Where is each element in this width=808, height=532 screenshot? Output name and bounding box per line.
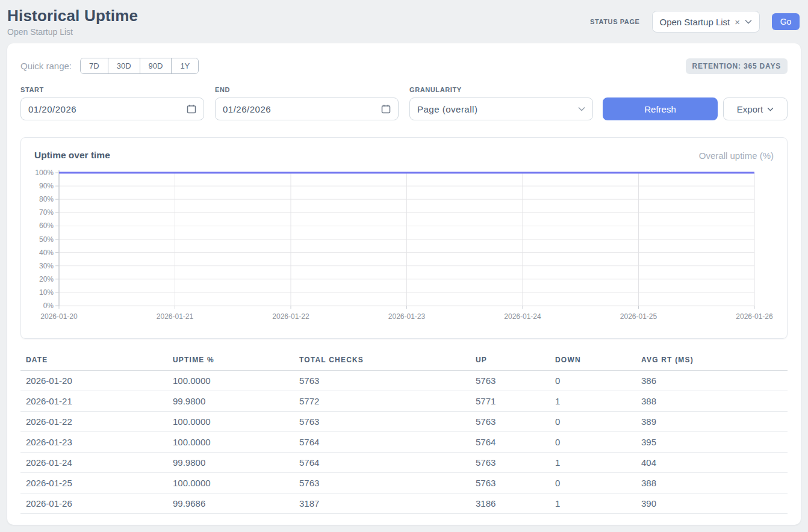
calendar-icon[interactable]: [381, 104, 391, 114]
table-cell: 99.9686: [167, 493, 294, 514]
table-cell: 5763: [294, 371, 470, 391]
uptime-chart: 0%10%20%30%40%50%60%70%80%90%100%2026-01…: [34, 165, 775, 323]
header-controls: STATUS PAGE Open Startup List × Go: [590, 11, 800, 32]
x-axis-tick-label: 2026-01-21: [157, 312, 194, 321]
end-date-field: END 01/26/2026: [215, 86, 399, 120]
table-cell: 388: [636, 473, 788, 493]
table-cell: 3187: [294, 493, 470, 514]
page-subtitle: Open Startup List: [7, 27, 138, 37]
uptime-table: DATEUPTIME %TOTAL CHECKSUPDOWNAVG RT (MS…: [20, 353, 788, 514]
column-header: AVG RT (MS): [636, 353, 788, 371]
chevron-down-icon: [578, 107, 585, 111]
table-cell: 1: [550, 453, 636, 473]
table-row: 2026-01-25100.0000576357630388: [20, 473, 788, 493]
table-row: 2026-01-23100.0000576457640395: [20, 432, 788, 453]
quick-range-label: Quick range:: [20, 61, 72, 71]
table-cell: 395: [636, 432, 788, 453]
granularity-label: GRANULARITY: [409, 86, 593, 93]
quick-range-button-30d[interactable]: 30D: [108, 58, 140, 73]
page-header: Historical Uptime Open Startup List STAT…: [0, 0, 808, 43]
status-page-value: Open Startup List: [660, 17, 730, 27]
table-row: 2026-01-2199.9800577257711388: [20, 391, 788, 412]
table-cell: 2026-01-20: [20, 371, 167, 391]
table-cell: 0: [550, 432, 636, 453]
table-cell: 388: [636, 391, 788, 412]
table-cell: 5764: [294, 432, 470, 453]
table-header-row: DATEUPTIME %TOTAL CHECKSUPDOWNAVG RT (MS…: [20, 353, 788, 371]
y-axis-tick-label: 40%: [39, 249, 54, 257]
table-cell: 5763: [470, 371, 550, 391]
x-axis-tick-label: 2026-01-25: [620, 312, 657, 321]
column-header: DOWN: [550, 353, 636, 371]
table-row: 2026-01-22100.0000576357630389: [20, 412, 788, 432]
chart-title: Uptime over time: [34, 150, 110, 161]
chevron-down-icon: [745, 19, 752, 24]
retention-badge: RETENTION: 365 DAYS: [686, 58, 788, 74]
column-header: TOTAL CHECKS: [294, 353, 470, 371]
table-row: 2026-01-2699.9686318731861390: [20, 493, 788, 514]
y-axis-tick-label: 20%: [39, 275, 54, 283]
table-cell: 0: [550, 412, 636, 432]
end-date-value: 01/26/2026: [223, 104, 271, 114]
start-date-field: START 01/20/2026: [20, 86, 204, 120]
y-axis-tick-label: 60%: [39, 221, 54, 230]
status-page-select[interactable]: Open Startup List ×: [652, 11, 760, 32]
x-axis-tick-label: 2026-01-23: [388, 312, 426, 321]
table-cell: 99.9800: [167, 453, 294, 473]
table-cell: 0: [550, 473, 636, 493]
quick-range-row: Quick range: 7D30D90D1Y RETENTION: 365 D…: [20, 58, 788, 74]
table-cell: 5763: [294, 412, 470, 432]
status-page-label: STATUS PAGE: [590, 18, 639, 25]
start-label: START: [20, 86, 204, 93]
y-axis-tick-label: 70%: [39, 208, 54, 217]
table-cell: 0: [550, 371, 636, 391]
table-cell: 1: [550, 493, 636, 514]
go-button[interactable]: Go: [772, 13, 800, 30]
chevron-down-icon: [767, 107, 774, 111]
y-axis-tick-label: 100%: [35, 169, 54, 177]
page-title: Historical Uptime: [7, 7, 138, 25]
y-axis-tick-label: 80%: [39, 195, 54, 203]
granularity-value: Page (overall): [417, 104, 477, 114]
table-cell: 1: [550, 391, 636, 412]
table-row: 2026-01-2499.9800576457631404: [20, 453, 788, 473]
quick-range-button-1y[interactable]: 1Y: [171, 58, 198, 73]
table-cell: 2026-01-24: [20, 453, 167, 473]
clear-icon[interactable]: ×: [735, 17, 740, 27]
uptime-chart-card: Uptime over time Overall uptime (%) 0%10…: [20, 137, 788, 339]
start-date-input[interactable]: 01/20/2026: [20, 97, 204, 120]
end-label: END: [215, 86, 399, 93]
table-cell: 2026-01-21: [20, 391, 167, 412]
table-cell: 404: [636, 453, 788, 473]
column-header: UP: [470, 353, 550, 371]
quick-range-group: 7D30D90D1Y: [80, 58, 199, 74]
table-cell: 2026-01-26: [20, 493, 167, 514]
quick-range-wrap: Quick range: 7D30D90D1Y: [20, 58, 199, 74]
title-block: Historical Uptime Open Startup List: [7, 7, 138, 37]
y-axis-tick-label: 30%: [39, 262, 54, 270]
end-date-input[interactable]: 01/26/2026: [215, 97, 399, 120]
table-cell: 100.0000: [167, 473, 294, 493]
x-axis-tick-label: 2026-01-22: [272, 312, 309, 321]
granularity-select[interactable]: Page (overall): [409, 97, 593, 120]
table-cell: 5763: [470, 453, 550, 473]
start-date-value: 01/20/2026: [28, 104, 76, 114]
refresh-button[interactable]: Refresh: [603, 97, 718, 120]
main-panel: Quick range: 7D30D90D1Y RETENTION: 365 D…: [7, 43, 801, 525]
export-label: Export: [737, 104, 763, 114]
export-button[interactable]: Export: [723, 97, 788, 120]
table-cell: 5763: [470, 473, 550, 493]
table-cell: 3186: [470, 493, 550, 514]
table-cell: 386: [636, 371, 788, 391]
x-axis-tick-label: 2026-01-24: [504, 312, 541, 321]
filter-row: START 01/20/2026 END 01/26/2026: [20, 86, 788, 120]
table-cell: 2026-01-25: [20, 473, 167, 493]
table-cell: 5764: [470, 432, 550, 453]
quick-range-button-90d[interactable]: 90D: [140, 58, 172, 73]
table-cell: 390: [636, 493, 788, 514]
y-axis-tick-label: 0%: [43, 302, 54, 310]
table-cell: 2026-01-22: [20, 412, 167, 432]
quick-range-button-7d[interactable]: 7D: [81, 58, 108, 73]
calendar-icon[interactable]: [187, 104, 196, 114]
column-header: UPTIME %: [167, 353, 294, 371]
